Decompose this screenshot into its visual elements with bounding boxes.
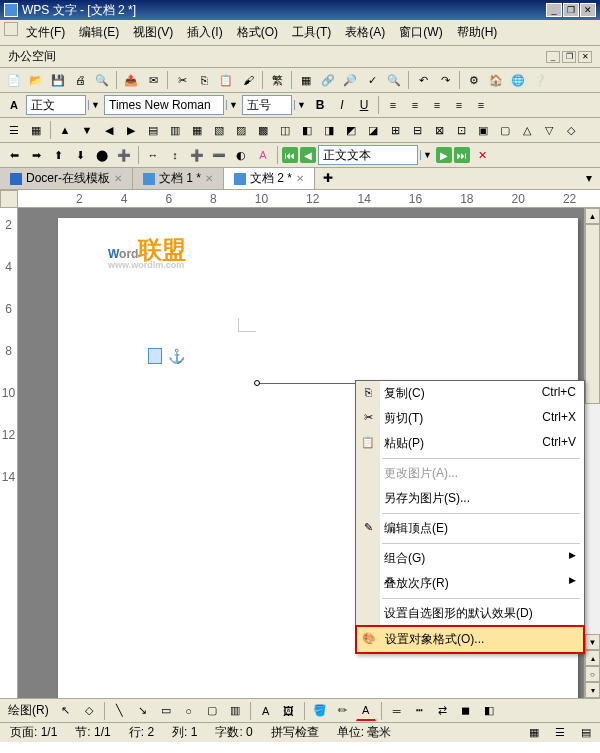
outline-level-combo[interactable]: 正文文本 bbox=[318, 145, 418, 165]
scroll-thumb[interactable] bbox=[585, 224, 600, 404]
view-outline-button[interactable]: ☰ bbox=[552, 726, 568, 740]
format-style-button[interactable]: A bbox=[4, 95, 24, 115]
home-button[interactable]: 🏠 bbox=[486, 70, 506, 90]
spell-button[interactable]: ✓ bbox=[362, 70, 382, 90]
scroll-down-button[interactable]: ▼ bbox=[585, 634, 600, 650]
redo-button[interactable]: ↷ bbox=[435, 70, 455, 90]
oval-button[interactable]: ○ bbox=[179, 701, 199, 721]
btn-u[interactable]: ▢ bbox=[495, 120, 515, 140]
btn-v[interactable]: △ bbox=[517, 120, 537, 140]
scroll-up-button[interactable]: ▲ bbox=[585, 208, 600, 224]
ruler-button[interactable]: ☰ bbox=[4, 120, 24, 140]
horizontal-ruler[interactable]: 2468101214161820222426283032 bbox=[18, 190, 600, 208]
menu-table[interactable]: 表格(A) bbox=[339, 22, 391, 43]
nav-btn-6[interactable]: ➕ bbox=[114, 145, 134, 165]
nav-close-button[interactable]: ✕ bbox=[472, 145, 492, 165]
ctx-cut[interactable]: ✂ 剪切(T)Ctrl+X bbox=[356, 406, 584, 431]
btn-g[interactable]: ▦ bbox=[187, 120, 207, 140]
ctx-copy[interactable]: ⎘ 复制(C)Ctrl+C bbox=[356, 381, 584, 406]
menu-format[interactable]: 格式(O) bbox=[231, 22, 284, 43]
menu-window[interactable]: 窗口(W) bbox=[393, 22, 448, 43]
btn-k[interactable]: ◫ bbox=[275, 120, 295, 140]
minimize-button[interactable]: _ bbox=[546, 3, 562, 17]
print-button[interactable]: 🖨 bbox=[70, 70, 90, 90]
align-center-button[interactable]: ≡ bbox=[405, 95, 425, 115]
view-print-button[interactable]: ▦ bbox=[526, 726, 542, 740]
new-button[interactable]: 📄 bbox=[4, 70, 24, 90]
vertical-ruler[interactable]: 2468101214 bbox=[0, 208, 18, 698]
arrow-style-button[interactable]: ⇄ bbox=[433, 701, 453, 721]
system-menu-icon[interactable] bbox=[4, 22, 18, 36]
menu-tools[interactable]: 工具(T) bbox=[286, 22, 337, 43]
arrow-button[interactable]: ↘ bbox=[133, 701, 153, 721]
nav-expand-button[interactable]: ➕ bbox=[187, 145, 207, 165]
align-distribute-button[interactable]: ≡ bbox=[471, 95, 491, 115]
vertical-scrollbar[interactable]: ▲ ▼ ▴ ○ ▾ bbox=[584, 208, 600, 698]
size-combo[interactable]: 五号 bbox=[242, 95, 292, 115]
tab-docer[interactable]: Docer-在线模板 ✕ bbox=[0, 168, 133, 189]
btn-e[interactable]: ▤ bbox=[143, 120, 163, 140]
bold-button[interactable]: B bbox=[310, 95, 330, 115]
menu-file[interactable]: 文件(F) bbox=[20, 22, 71, 43]
nav-btn-5[interactable]: ⬤ bbox=[92, 145, 112, 165]
workspace-label[interactable]: 办公空间 bbox=[8, 48, 56, 65]
align-left-button[interactable]: ≡ bbox=[383, 95, 403, 115]
ctx-paste[interactable]: 📋 粘贴(P)Ctrl+V bbox=[356, 431, 584, 456]
style-combo[interactable]: 正文 bbox=[26, 95, 86, 115]
line-style-button[interactable]: ═ bbox=[387, 701, 407, 721]
convert-button[interactable]: 繁 bbox=[267, 70, 287, 90]
btn-s[interactable]: ⊡ bbox=[451, 120, 471, 140]
wordart-button[interactable]: A bbox=[256, 701, 276, 721]
find-button[interactable]: 🔎 bbox=[340, 70, 360, 90]
menu-insert[interactable]: 插入(I) bbox=[181, 22, 228, 43]
ctx-save-as-pic[interactable]: 另存为图片(S)... bbox=[356, 486, 584, 511]
mdi-restore-button[interactable]: ❐ bbox=[562, 51, 576, 63]
mail-button[interactable]: ✉ bbox=[143, 70, 163, 90]
btn-x[interactable]: ◇ bbox=[561, 120, 581, 140]
save-button[interactable]: 💾 bbox=[48, 70, 68, 90]
tab-doc2[interactable]: 文档 2 * ✕ bbox=[224, 168, 315, 189]
line-button[interactable]: ╲ bbox=[110, 701, 130, 721]
textbox-button[interactable]: ▢ bbox=[202, 701, 222, 721]
btn-f[interactable]: ▥ bbox=[165, 120, 185, 140]
btn-a[interactable]: ▲ bbox=[55, 120, 75, 140]
browse-object-button[interactable]: ○ bbox=[585, 666, 600, 682]
ctx-group[interactable]: 组合(G)▶ bbox=[356, 546, 584, 571]
insert-hyperlink-button[interactable]: 🔗 bbox=[318, 70, 338, 90]
ctx-order[interactable]: 叠放次序(R)▶ bbox=[356, 571, 584, 596]
nav-first-button[interactable]: ⏮ bbox=[282, 147, 298, 163]
format-painter-button[interactable]: 🖌 bbox=[238, 70, 258, 90]
btn-l[interactable]: ◧ bbox=[297, 120, 317, 140]
scroll-track[interactable] bbox=[585, 224, 600, 634]
nav-btn-4[interactable]: ⬇ bbox=[70, 145, 90, 165]
web-button[interactable]: 🌐 bbox=[508, 70, 528, 90]
insert-table-button[interactable]: ▦ bbox=[296, 70, 316, 90]
tab-close-icon[interactable]: ✕ bbox=[114, 173, 122, 184]
btn-i[interactable]: ▨ bbox=[231, 120, 251, 140]
menu-view[interactable]: 视图(V) bbox=[127, 22, 179, 43]
nav-btn-3[interactable]: ⬆ bbox=[48, 145, 68, 165]
nav-btn-2[interactable]: ➡ bbox=[26, 145, 46, 165]
next-page-button[interactable]: ▾ bbox=[585, 682, 600, 698]
btn-p[interactable]: ⊞ bbox=[385, 120, 405, 140]
btn-t[interactable]: ▣ bbox=[473, 120, 493, 140]
3d-button[interactable]: ◧ bbox=[479, 701, 499, 721]
rectangle-button[interactable]: ▭ bbox=[156, 701, 176, 721]
nav-last-button[interactable]: ⏭ bbox=[454, 147, 470, 163]
align-right-button[interactable]: ≡ bbox=[427, 95, 447, 115]
view-web-button[interactable]: ▤ bbox=[578, 726, 594, 740]
mdi-minimize-button[interactable]: _ bbox=[546, 51, 560, 63]
btn-b[interactable]: ▼ bbox=[77, 120, 97, 140]
tab-close-icon[interactable]: ✕ bbox=[205, 173, 213, 184]
select-button[interactable]: ↖ bbox=[56, 701, 76, 721]
export-button[interactable]: 📤 bbox=[121, 70, 141, 90]
font-color-button[interactable]: A bbox=[356, 701, 376, 721]
nav-prev-button[interactable]: ◀ bbox=[300, 147, 316, 163]
copy-button[interactable]: ⎘ bbox=[194, 70, 214, 90]
undo-button[interactable]: ↶ bbox=[413, 70, 433, 90]
mdi-close-button[interactable]: ✕ bbox=[578, 51, 592, 63]
italic-button[interactable]: I bbox=[332, 95, 352, 115]
tab-doc1[interactable]: 文档 1 * ✕ bbox=[133, 168, 224, 189]
btn-w[interactable]: ▽ bbox=[539, 120, 559, 140]
btn-d[interactable]: ▶ bbox=[121, 120, 141, 140]
